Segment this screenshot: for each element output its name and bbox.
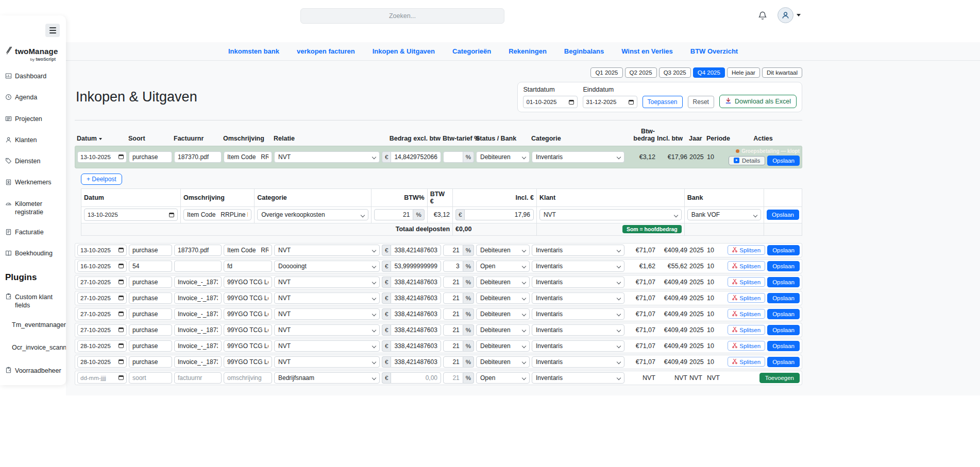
relatie-select[interactable]: NVT [274,340,380,352]
startdatum-input[interactable] [527,99,567,105]
dp-datum-field[interactable] [84,209,178,221]
datum-field[interactable] [77,151,127,163]
omschrijving-input[interactable] [224,324,272,336]
factuurnr-input[interactable] [174,245,222,256]
sidebar-item-agenda[interactable]: Agenda [5,93,61,102]
btw-tarief-input[interactable] [443,340,463,352]
startdatum-field[interactable] [523,96,578,108]
sidebar-item-werknemers[interactable]: Werknemers [5,178,61,187]
relatie-select[interactable]: NVT [274,245,380,256]
notifications-button[interactable] [758,11,767,22]
omschrijving-input[interactable] [224,151,272,163]
omschrijving-input[interactable] [224,261,272,272]
omschrijving-input[interactable] [224,356,272,368]
datum-field[interactable] [77,292,127,304]
categorie-select[interactable]: Inventaris [532,308,624,320]
header-datum[interactable]: Datum [77,135,126,142]
dp-btw-pct-input[interactable] [374,209,413,220]
factuurnr-input[interactable] [174,276,222,288]
splitsen-button[interactable]: Splitsen [728,325,765,335]
splitsen-button[interactable]: Splitsen [728,357,765,367]
categorie-select[interactable]: Inventaris [532,340,624,352]
datum-input[interactable] [80,311,116,317]
einddatum-input[interactable] [586,99,627,105]
relatie-select[interactable]: NVT [274,356,380,368]
btw-tarief-input[interactable] [443,245,463,256]
soort-input[interactable] [129,324,172,336]
datum-input[interactable] [80,375,116,381]
btw-tarief-input[interactable] [443,372,463,384]
bedrag-input[interactable] [391,245,441,256]
relatie-select[interactable]: NVT [274,292,380,304]
tab-categorieen[interactable]: Categorieën [452,47,491,55]
omschrijving-input[interactable] [224,340,272,352]
omschrijving-input[interactable] [224,276,272,288]
factuurnr-input[interactable] [174,308,222,320]
datum-input[interactable] [80,295,116,301]
toepassen-button[interactable]: Toepassen [643,96,683,108]
dp-incl-input[interactable] [464,209,533,220]
splitsen-button[interactable]: Splitsen [728,341,765,351]
opslaan-button[interactable]: Opslaan [767,277,800,287]
opslaan-button[interactable]: Opslaan [767,293,800,303]
relatie-select[interactable]: NVT [274,308,380,320]
quarter-button-q2[interactable]: Q2 2025 [625,67,657,78]
relatie-select[interactable]: NVT [274,276,380,288]
opslaan-button[interactable]: Opslaan [767,155,800,166]
status-select[interactable]: Debiteuren [476,356,530,368]
status-select[interactable]: Debiteuren [476,324,530,336]
datum-field[interactable] [77,372,127,384]
datum-input[interactable] [80,247,116,253]
sidebar-item-voorraadbeheer[interactable]: Voorraadbeheer [5,367,61,375]
sidebar-item-ocr-invoice-scanner[interactable]: Ocr_invoice_scanner [5,343,61,352]
soort-input[interactable] [129,356,172,368]
quarter-button-dit-kwartaal[interactable]: Dit kwartaal [762,67,802,78]
bedrag-input[interactable] [391,324,441,336]
splitsen-button[interactable]: Splitsen [728,245,765,255]
omschrijving-input[interactable] [224,292,272,304]
factuurnr-input[interactable] [174,292,222,304]
bedrag-input[interactable] [391,276,441,288]
tab-winst-en-verlies[interactable]: Winst en Verlies [621,47,673,55]
categorie-select[interactable]: Inventaris [532,372,624,384]
datum-input[interactable] [80,343,116,349]
sidebar-item-diensten[interactable]: Diensten [5,157,61,166]
relatie-select[interactable]: Bedrijfsnaam [274,372,380,384]
status-select[interactable]: Debiteuren [476,308,530,320]
status-select[interactable]: Debiteuren [476,276,530,288]
categorie-select[interactable]: Inventaris [532,356,624,368]
toevoegen-button[interactable]: Toevoegen [759,373,800,383]
quarter-button-q1[interactable]: Q1 2025 [590,67,622,78]
bedrag-input[interactable] [391,372,441,384]
datum-input[interactable] [80,263,116,269]
sidebar-item-kilometer-registratie[interactable]: Kilometer registratie [5,200,61,217]
tab-verkopen-facturen[interactable]: verkopen facturen [297,47,355,55]
bedrag-input[interactable] [391,356,441,368]
sidebar-item-klanten[interactable]: Klanten [5,136,61,145]
splitsen-button[interactable]: Splitsen [728,261,765,271]
datum-input[interactable] [80,279,116,285]
relatie-select[interactable]: NVT [274,151,380,163]
btw-tarief-input[interactable] [443,324,463,336]
opslaan-button[interactable]: Opslaan [767,341,800,351]
soort-input[interactable] [129,261,172,272]
soort-input[interactable] [129,245,172,256]
omschrijving-input[interactable] [224,372,272,384]
status-select[interactable]: Debiteuren [476,151,530,163]
tab-btw-overzicht[interactable]: BTW Overzicht [690,47,738,55]
datum-input[interactable] [80,154,116,160]
omschrijving-input[interactable] [224,308,272,320]
categorie-select[interactable]: Inventaris [532,151,624,163]
sidebar-item-facturatie[interactable]: Facturatie [5,228,61,237]
tab-rekeningen[interactable]: Rekeningen [509,47,547,55]
categorie-select[interactable]: Inventaris [532,276,624,288]
splitsen-button[interactable]: Splitsen [728,277,765,287]
reset-button[interactable]: Reset [688,96,714,108]
factuurnr-input[interactable] [174,324,222,336]
btw-tarief-input[interactable] [443,356,463,368]
dp-categorie-select[interactable]: Overige verkoopkosten [257,209,368,220]
tab-inkopen-uitgaven[interactable]: Inkopen & Uitgaven [373,47,435,55]
einddatum-field[interactable] [583,96,637,108]
factuurnr-input[interactable] [174,151,222,163]
btw-tarief-input[interactable] [443,276,463,288]
